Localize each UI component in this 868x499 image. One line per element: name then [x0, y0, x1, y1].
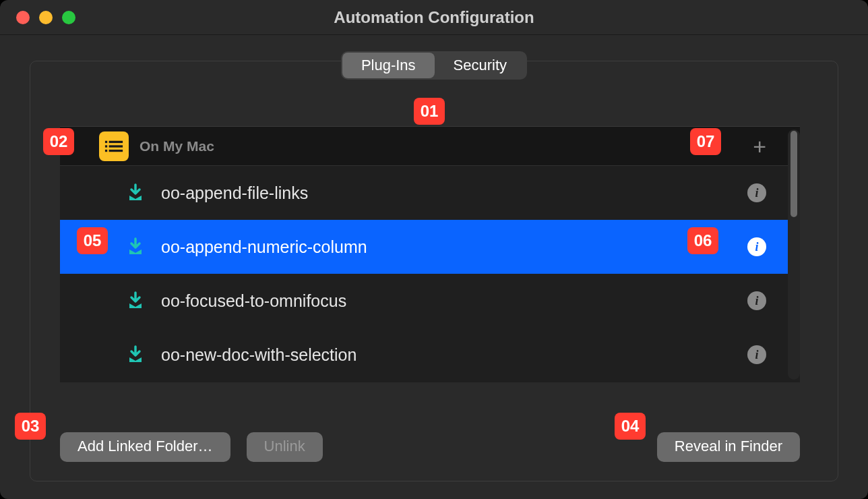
traffic-lights: [0, 11, 75, 24]
tabs-bar: Plug-Ins Security: [0, 51, 868, 80]
plugin-name: oo-focused-to-omnifocus: [161, 291, 730, 311]
annotation-badge: 06: [687, 227, 718, 254]
svg-rect-2: [109, 140, 123, 142]
annotation-badge: 02: [43, 128, 74, 155]
plugin-name: oo-append-numeric-column: [161, 237, 730, 257]
reveal-in-finder-button[interactable]: Reveal in Finder: [657, 432, 800, 462]
tab-security[interactable]: Security: [435, 53, 526, 78]
window-title: Automation Configuration: [0, 8, 868, 27]
button-row: Add Linked Folder… Unlink Reveal in Find…: [60, 432, 800, 462]
plugin-section-title: On My Mac: [140, 138, 214, 154]
location-icon: [99, 131, 129, 161]
plugin-row[interactable]: oo-append-file-links i: [60, 166, 800, 220]
annotation-badge: 07: [690, 128, 721, 155]
svg-rect-5: [105, 149, 107, 151]
plugin-name: oo-new-doc-with-selection: [161, 345, 730, 365]
plugin-list: On My Mac + oo-append-file-links i: [60, 126, 800, 382]
scrollbar-thumb[interactable]: [790, 131, 797, 217]
annotation-badge: 04: [615, 413, 646, 440]
annotation-badge: 01: [414, 98, 445, 125]
unlink-button[interactable]: Unlink: [247, 432, 323, 462]
plugin-name: oo-append-file-links: [161, 183, 730, 203]
svg-rect-6: [109, 149, 123, 151]
add-plugin-button[interactable]: +: [753, 135, 766, 158]
add-linked-folder-button[interactable]: Add Linked Folder…: [60, 432, 230, 462]
info-icon[interactable]: i: [747, 291, 766, 310]
titlebar: Automation Configuration: [0, 0, 868, 35]
info-icon[interactable]: i: [747, 183, 766, 202]
annotation-badge: 05: [77, 227, 108, 254]
plugin-icon: [127, 345, 144, 364]
plugin-row[interactable]: oo-focused-to-omnifocus i: [60, 274, 800, 328]
zoom-window-button[interactable]: [62, 11, 75, 24]
svg-rect-3: [105, 145, 107, 147]
plugin-row[interactable]: oo-new-doc-with-selection i: [60, 328, 800, 382]
plugin-icon: [127, 291, 144, 310]
svg-rect-1: [105, 140, 107, 142]
window: Automation Configuration: [0, 0, 868, 499]
plugin-section-header[interactable]: On My Mac +: [60, 127, 800, 166]
minimize-window-button[interactable]: [39, 11, 53, 24]
close-window-button[interactable]: [16, 11, 30, 24]
plugin-icon: [127, 237, 144, 256]
annotation-badge: 03: [15, 413, 46, 440]
plugin-icon: [127, 183, 144, 202]
info-icon[interactable]: i: [747, 345, 766, 364]
tab-plugins[interactable]: Plug-Ins: [342, 53, 435, 78]
svg-rect-4: [109, 145, 123, 147]
info-icon[interactable]: i: [747, 237, 766, 256]
scrollbar[interactable]: [788, 129, 800, 380]
tab-group: Plug-Ins Security: [341, 51, 527, 80]
